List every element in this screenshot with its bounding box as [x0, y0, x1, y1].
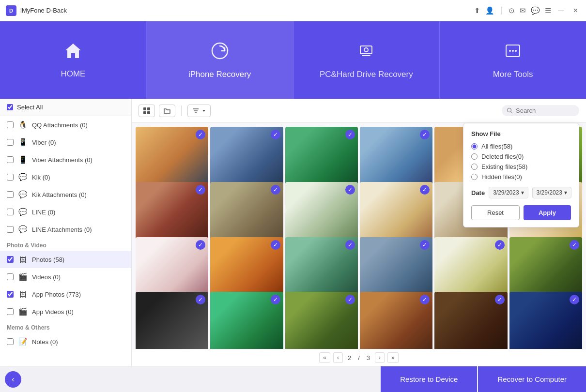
- search-input[interactable]: [516, 107, 574, 114]
- nav-iphone-recovery[interactable]: iPhone Recovery: [147, 21, 293, 99]
- viber-icon: 📱: [17, 137, 28, 148]
- nav-home[interactable]: HOME: [0, 21, 147, 99]
- menu-icon[interactable]: ☰: [545, 6, 551, 15]
- line-attachments-checkbox[interactable]: [7, 226, 14, 233]
- more-tools-icon: [503, 41, 523, 65]
- photo-video-section-header: Photo & Video: [0, 238, 131, 251]
- sidebar-item-kik[interactable]: 💬 Kik (0): [0, 168, 131, 186]
- line-attachments-icon: 💬: [17, 224, 28, 235]
- qq-attachments-label: QQ Attachments (0): [32, 121, 124, 129]
- select-all-row[interactable]: Select All: [0, 99, 131, 116]
- sidebar-item-app-photos[interactable]: 🖼 App Photos (773): [0, 286, 131, 303]
- pc-recovery-icon: [356, 41, 376, 65]
- sidebar-item-viber[interactable]: 📱 Viber (0): [0, 134, 131, 151]
- close-button[interactable]: ✕: [571, 6, 580, 15]
- app-photos-checkbox[interactable]: [7, 291, 14, 298]
- filter-all-radio[interactable]: [471, 143, 478, 150]
- last-page-button[interactable]: »: [387, 352, 399, 363]
- sidebar-item-notes[interactable]: 📝 Notes (0): [0, 333, 131, 350]
- title-bar-right: ⬆ 👤 ⊙ ✉ 💬 ☰ — ✕: [474, 6, 580, 15]
- chat-icon[interactable]: 💬: [531, 6, 540, 15]
- viber-attachments-checkbox[interactable]: [7, 156, 14, 163]
- filter-option-all[interactable]: All files(58): [471, 141, 571, 151]
- filter-hidden-radio[interactable]: [471, 174, 478, 180]
- svg-point-5: [512, 50, 514, 52]
- photo-cell[interactable]: ✓: [285, 292, 358, 349]
- svg-point-2: [364, 48, 368, 52]
- nav-home-label: HOME: [61, 69, 85, 79]
- app-videos-checkbox[interactable]: [7, 308, 14, 315]
- reset-button[interactable]: Reset: [471, 205, 520, 220]
- notes-checkbox[interactable]: [7, 338, 14, 345]
- notes-label: Notes (0): [32, 338, 124, 346]
- svg-line-12: [511, 112, 512, 113]
- back-button[interactable]: ‹: [5, 371, 21, 388]
- restore-to-device-button[interactable]: Restore to Device: [381, 366, 477, 392]
- nav-pc-recovery[interactable]: PC&Hard Drive Recovery: [293, 21, 440, 99]
- photo-cell[interactable]: ✓: [136, 292, 208, 349]
- line-label: LINE (0): [32, 209, 124, 216]
- sidebar-item-line-attachments[interactable]: 💬 LINE Attachments (0): [0, 221, 131, 238]
- grid-view-button[interactable]: [139, 105, 155, 117]
- viber-checkbox[interactable]: [7, 139, 14, 146]
- mail-icon[interactable]: ✉: [520, 6, 526, 15]
- filter-popup: Show File All files(58) Deleted files(0)…: [463, 123, 579, 227]
- qq-icon: 🐧: [17, 120, 28, 130]
- prev-page-button[interactable]: ‹: [333, 352, 343, 363]
- date-to-selector[interactable]: 3/29/2023 ▾: [532, 187, 571, 198]
- sidebar-item-viber-attachments[interactable]: 📱 Viber Attachments (0): [0, 151, 131, 168]
- videos-checkbox[interactable]: [7, 273, 14, 280]
- toolbar-separator: [181, 106, 182, 116]
- svg-point-6: [515, 50, 517, 52]
- select-all-checkbox[interactable]: [7, 104, 13, 110]
- kik-checkbox[interactable]: [7, 174, 14, 181]
- line-checkbox[interactable]: [7, 209, 14, 215]
- sidebar-item-line[interactable]: 💬 LINE (0): [0, 203, 131, 221]
- sidebar-item-videos[interactable]: 🎬 Videos (0): [0, 268, 131, 286]
- photo-cell[interactable]: ✓: [210, 292, 283, 349]
- filter-option-deleted[interactable]: Deleted files(0): [471, 151, 571, 162]
- filter-option-existing[interactable]: Existing files(58): [471, 162, 571, 172]
- videos-label: Videos (0): [32, 273, 124, 281]
- minimize-button[interactable]: —: [556, 6, 566, 15]
- photos-icon: 🖼: [17, 254, 28, 265]
- photos-checkbox[interactable]: [7, 256, 14, 263]
- photo-cell[interactable]: ✓: [509, 292, 582, 349]
- app-videos-icon: 🎬: [17, 306, 28, 317]
- filter-deleted-radio[interactable]: [471, 153, 478, 160]
- folder-view-button[interactable]: [159, 105, 175, 117]
- page-separator: /: [356, 354, 362, 362]
- sidebar-item-photos[interactable]: 🖼 Photos (58): [0, 251, 131, 268]
- user-icon[interactable]: 👤: [485, 6, 494, 15]
- toolbar: [132, 99, 586, 123]
- nav-more-tools[interactable]: More Tools: [440, 21, 586, 99]
- photo-cell[interactable]: ✓: [434, 292, 507, 349]
- photo-cell[interactable]: ✓: [360, 292, 432, 349]
- next-page-button[interactable]: ›: [375, 352, 385, 363]
- apply-button[interactable]: Apply: [524, 205, 571, 220]
- first-page-button[interactable]: «: [319, 352, 330, 363]
- qq-attachments-checkbox[interactable]: [7, 121, 14, 128]
- svg-rect-1: [360, 46, 372, 54]
- filter-existing-label: Existing files(58): [481, 163, 527, 170]
- date-from-value: 3/29/2023: [493, 189, 519, 196]
- filter-button[interactable]: [187, 105, 211, 117]
- filter-option-hidden[interactable]: Hidden files(0): [471, 172, 571, 182]
- location-icon[interactable]: ⊙: [509, 6, 515, 15]
- nav-pc-recovery-label: PC&Hard Drive Recovery: [320, 70, 413, 79]
- recover-to-computer-button[interactable]: Recover to Computer: [478, 366, 586, 392]
- nav-bar: HOME iPhone Recovery PC&Hard Drive Recov…: [0, 21, 586, 99]
- filter-existing-radio[interactable]: [471, 164, 478, 170]
- date-from-selector[interactable]: 3/29/2023 ▾: [489, 187, 528, 198]
- sidebar: Select All 🐧 QQ Attachments (0) 📱 Viber …: [0, 99, 132, 366]
- sidebar-item-app-videos[interactable]: 🎬 App Videos (0): [0, 303, 131, 320]
- pagination: « ‹ 2 / 3 › »: [132, 349, 586, 366]
- search-box[interactable]: [502, 105, 579, 116]
- sidebar-item-qq-attachments[interactable]: 🐧 QQ Attachments (0): [0, 116, 131, 134]
- kik-attachments-label: Kik Attachments (0): [32, 191, 124, 198]
- sidebar-item-kik-attachments[interactable]: 💬 Kik Attachments (0): [0, 186, 131, 203]
- kik-label: Kik (0): [32, 174, 124, 181]
- filter-popup-title: Show File: [471, 130, 571, 137]
- kik-attachments-checkbox[interactable]: [7, 191, 14, 198]
- share-icon[interactable]: ⬆: [474, 6, 480, 15]
